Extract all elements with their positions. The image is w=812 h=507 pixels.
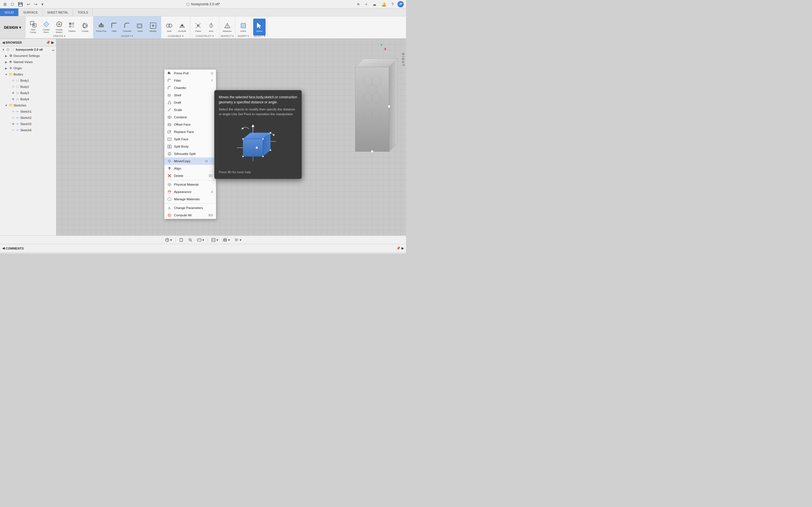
move-copy-more-icon[interactable]: ⋯ bbox=[210, 159, 213, 163]
tab-solid[interactable]: SOLID bbox=[0, 8, 18, 16]
viewport-toolbar: ▾ ▾ ▾ ▾ ▾ bbox=[0, 235, 406, 244]
display-mode-btn[interactable]: ▾ bbox=[210, 237, 219, 243]
select-btn1[interactable]: Select bbox=[253, 18, 266, 36]
orbit-chevron: ▾ bbox=[170, 238, 172, 242]
dropdown-item-move-copy[interactable]: Move/Copy M ⋯ bbox=[164, 158, 216, 165]
create-pattern-btn[interactable]: Pattern bbox=[66, 18, 79, 36]
tab-sheet-metal[interactable]: SHEET METAL bbox=[43, 8, 73, 16]
undo-button[interactable]: ↩ bbox=[26, 1, 31, 7]
fillet-menu-label: Fillet bbox=[174, 79, 209, 82]
tree-item-sketch1[interactable]: 👁 ✏ Sketch1 bbox=[0, 108, 56, 115]
chamfer-btn[interactable]: Chamfer bbox=[121, 18, 133, 36]
inspect-btn1[interactable]: Measure bbox=[221, 18, 234, 36]
browser-pin-icon[interactable]: 📌 bbox=[46, 41, 50, 45]
tree-item-body2[interactable]: 👁 □ Body2 bbox=[0, 83, 56, 90]
svg-rect-57 bbox=[170, 145, 171, 148]
tree-item-bodies[interactable]: ▼ 📁 Bodies bbox=[0, 71, 56, 77]
shell-icon bbox=[136, 22, 144, 30]
create-more-btn[interactable]: Create bbox=[79, 18, 91, 36]
dropdown-item-press-pull[interactable]: Press Pull Q bbox=[164, 69, 216, 77]
construct-btn1[interactable]: Plane bbox=[192, 18, 204, 36]
dropdown-item-chamfer[interactable]: Chamfer bbox=[164, 84, 216, 92]
construct-btn2[interactable]: Axis bbox=[205, 18, 217, 36]
tooltip-popup: Moves the selected face,body,sketch,or c… bbox=[214, 90, 302, 179]
dropdown-item-split-face[interactable]: Split Face bbox=[164, 135, 216, 143]
press-pull-btn[interactable]: Press Pull bbox=[95, 18, 107, 36]
grid-display-btn[interactable]: ▾ bbox=[233, 237, 243, 243]
dropdown-item-replace-face[interactable]: Replace Face bbox=[164, 128, 216, 135]
insert-btn1[interactable]: Insert bbox=[237, 18, 250, 36]
dropdown-item-combine[interactable]: Combine bbox=[164, 114, 216, 121]
tree-item-sketch6[interactable]: 👁 ✏ Sketch6 bbox=[0, 127, 56, 133]
dropdown-item-manage-materials[interactable]: Manage Materials bbox=[164, 195, 216, 203]
sketch6-icon: ✏ bbox=[15, 128, 20, 132]
save-button[interactable]: 💾 bbox=[17, 1, 24, 7]
dropdown-item-draft[interactable]: Draft bbox=[164, 99, 216, 106]
dropdown-item-compute-all[interactable]: Compute All ⌘B bbox=[164, 212, 216, 219]
assemble-btn2[interactable]: As-Built bbox=[176, 18, 188, 36]
dropdown-item-appearance[interactable]: Appearance A bbox=[164, 188, 216, 195]
dropdown-item-physical-material[interactable]: Physical Material bbox=[164, 181, 216, 188]
tree-item-body4[interactable]: 👁 □ Body4 bbox=[0, 96, 56, 102]
root-cloud-icon: ☁ bbox=[52, 48, 54, 51]
app-menu-icon[interactable]: ⊞ bbox=[2, 1, 8, 7]
dropdown-item-fillet[interactable]: Fillet F bbox=[164, 77, 216, 84]
visual-style-btn[interactable]: ▾ bbox=[221, 237, 231, 243]
zoom-btn[interactable] bbox=[187, 237, 194, 243]
tree-item-body1[interactable]: 👁 □ Body1 bbox=[0, 77, 56, 83]
tree-item-sketch5[interactable]: 👁 ✏ Sketch5 bbox=[0, 121, 56, 127]
fillet-btn[interactable]: Fillet bbox=[108, 18, 120, 36]
create-new-component-btn[interactable]: New Comp. bbox=[27, 18, 40, 36]
design-dropdown-button[interactable]: DESIGN ▾ bbox=[0, 16, 26, 38]
redo-button[interactable]: ↪ bbox=[33, 1, 39, 7]
dropdown-item-change-parameters[interactable]: fx Change Parameters bbox=[164, 204, 216, 212]
help-button[interactable]: ? bbox=[390, 1, 395, 7]
svg-point-86 bbox=[262, 156, 264, 157]
tab-tools[interactable]: TOOLS bbox=[73, 8, 93, 16]
dropdown-item-silhouette-split[interactable]: Silhouette Split bbox=[164, 150, 216, 158]
move-copy-menu-icon bbox=[167, 159, 172, 163]
dropdown-item-align[interactable]: Align bbox=[164, 165, 216, 172]
pan-btn[interactable] bbox=[178, 237, 185, 243]
tree-item-root[interactable]: ▼ ⊡ ○ honeycomb 2.0 v6 ☁ bbox=[0, 47, 56, 53]
design-label: DESIGN bbox=[4, 25, 18, 30]
create-sketch-btn[interactable]: Create Sketch bbox=[53, 18, 65, 36]
create-form-btn[interactable]: Create Form bbox=[40, 18, 52, 36]
modify-more-btn[interactable]: Modify bbox=[147, 18, 159, 36]
dropdown-item-shell[interactable]: Shell bbox=[164, 92, 216, 99]
canvas-area[interactable]: Y X RIGHT bbox=[56, 39, 406, 235]
tab-surface[interactable]: SURFACE bbox=[18, 8, 43, 16]
change-params-menu-label: Change Parameters bbox=[174, 206, 213, 210]
notification-button[interactable]: 🔔 bbox=[380, 1, 388, 7]
svg-point-87 bbox=[242, 156, 244, 157]
shell-btn[interactable]: Shell bbox=[134, 18, 146, 36]
tree-item-doc-settings[interactable]: ▶ ⚙ Document Settings bbox=[0, 53, 56, 59]
fit-btn[interactable]: ▾ bbox=[196, 237, 205, 243]
comments-pin-icon[interactable]: 📌 bbox=[396, 246, 400, 250]
add-tab-button[interactable]: + bbox=[364, 1, 368, 7]
dropdown-item-split-body[interactable]: Split Body bbox=[164, 143, 216, 150]
tree-item-named-views[interactable]: ▶ 👁 Named Views bbox=[0, 59, 56, 65]
tree-item-origin[interactable]: ▶ ✛ Origin bbox=[0, 65, 56, 71]
dropdown-item-offset-face[interactable]: Offset Face bbox=[164, 121, 216, 128]
comments-expand-icon[interactable]: ▶ bbox=[402, 246, 404, 250]
assemble-btn1[interactable]: Joint bbox=[163, 18, 175, 36]
tree-item-sketch2[interactable]: 👁 ✏ Sketch2 bbox=[0, 115, 56, 121]
more-button[interactable]: ▾ bbox=[40, 1, 45, 7]
tree-item-sketches[interactable]: ▼ 📁 Sketches bbox=[0, 102, 56, 108]
grid-icon[interactable]: ⬡ bbox=[10, 1, 15, 7]
tree-item-body3[interactable]: 👁 □ Body3 bbox=[0, 90, 56, 96]
cloud-button[interactable]: ☁ bbox=[371, 1, 377, 7]
close-button[interactable]: ✕ bbox=[356, 1, 361, 7]
main-area: ◀ BROWSER 📌 ▶ ▼ ⊡ ○ honeycomb 2.0 v6 ☁ ▶… bbox=[0, 39, 406, 235]
dropdown-item-delete[interactable]: Delete ⌦ bbox=[164, 172, 216, 179]
manage-materials-menu-label: Manage Materials bbox=[174, 198, 213, 201]
browser-expand-icon[interactable]: ▶ bbox=[51, 41, 54, 45]
orbit-btn[interactable]: ▾ bbox=[164, 237, 173, 243]
svg-marker-15 bbox=[100, 22, 102, 24]
dropdown-item-scale[interactable]: Scale bbox=[164, 106, 216, 114]
toolbar-section-insert: Insert INSERT ▾ bbox=[236, 16, 252, 38]
comments-collapse-icon[interactable]: ◀ bbox=[2, 246, 4, 250]
collapse-icon[interactable]: ◀ bbox=[2, 41, 4, 45]
user-avatar[interactable]: JP bbox=[398, 1, 404, 7]
